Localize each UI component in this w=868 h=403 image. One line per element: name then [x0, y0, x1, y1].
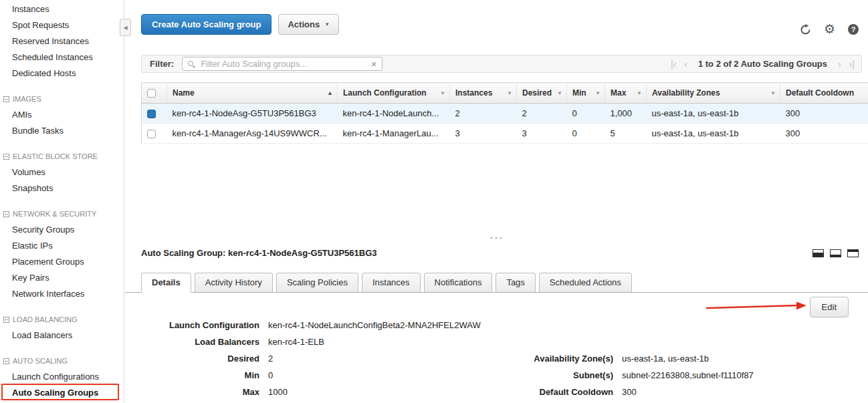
- sidebar-section-images[interactable]: IMAGES: [0, 91, 124, 107]
- cell-default-cooldown: 300: [780, 124, 868, 144]
- sidebar-section-elastic-block-store[interactable]: ELASTIC BLOCK STORE: [0, 148, 124, 164]
- sidebar-item-load-balancers[interactable]: Load Balancers: [0, 327, 124, 344]
- sidebar-item-network-interfaces[interactable]: Network Interfaces: [0, 286, 124, 302]
- last-page-icon[interactable]: ›|: [849, 59, 855, 69]
- create-auto-scaling-group-button[interactable]: Create Auto Scaling group: [141, 14, 272, 35]
- sidebar-item-auto-scaling-groups[interactable]: Auto Scaling Groups: [0, 385, 124, 401]
- auto-scaling-groups-table: Name ▲ Launch Configuration ▼ Instances …: [141, 82, 868, 144]
- field-value: ken-rc4-1-NodeLaunchConfigBeta2-MNA2HFEL…: [268, 320, 481, 330]
- select-all-header[interactable]: [142, 83, 167, 104]
- section-collapse-icon[interactable]: [3, 154, 9, 160]
- field-row: Min 0: [141, 370, 497, 380]
- column-header-default-cooldown[interactable]: Default Cooldown: [780, 83, 868, 104]
- pane-layout-minimize-icon[interactable]: [830, 249, 841, 257]
- section-collapse-icon[interactable]: [3, 358, 9, 364]
- clear-filter-icon[interactable]: ×: [370, 59, 377, 69]
- first-page-icon[interactable]: |‹: [671, 59, 676, 69]
- tab-notifications[interactable]: Notifications: [424, 273, 493, 293]
- sidebar-item-amis[interactable]: AMIs: [0, 107, 124, 123]
- field-label: Min: [141, 370, 268, 380]
- edit-button[interactable]: Edit: [810, 297, 849, 317]
- column-label: Desired: [522, 88, 552, 98]
- sidebar-section-label: LOAD BALANCING: [13, 314, 78, 325]
- field-value: 1000: [268, 387, 288, 397]
- sidebar-item-snapshots[interactable]: Snapshots: [0, 180, 124, 196]
- section-collapse-icon[interactable]: [3, 211, 9, 217]
- sidebar-item-key-pairs[interactable]: Key Pairs: [0, 270, 124, 286]
- collapse-sidebar-icon[interactable]: ◀: [120, 19, 131, 36]
- pagination-status: 1 to 2 of 2 Auto Scaling Groups: [698, 59, 827, 69]
- row-checkbox[interactable]: [147, 110, 156, 118]
- sidebar-section-auto-scaling[interactable]: AUTO SCALING: [0, 353, 124, 369]
- field-value: 0: [268, 370, 273, 380]
- sidebar-section-network-security[interactable]: NETWORK & SECURITY: [0, 206, 124, 222]
- sidebar-section-label: IMAGES: [13, 94, 41, 104]
- tab-instances[interactable]: Instances: [362, 273, 421, 293]
- tab-tags[interactable]: Tags: [496, 273, 535, 293]
- section-collapse-icon[interactable]: [3, 96, 9, 102]
- table-row[interactable]: ken-rc4-1-ManagerAsg-14US9WWCR... ken-rc…: [142, 124, 868, 144]
- previous-page-icon[interactable]: ‹: [684, 59, 687, 69]
- toolbar: Create Auto Scaling group Actions ▼: [125, 0, 868, 35]
- table-row[interactable]: ken-rc4-1-NodeAsg-G5TU3P561BG3 ken-rc4-1…: [142, 104, 868, 124]
- column-header-availability-zones[interactable]: Availability Zones ▼: [647, 83, 780, 104]
- field-label: Availability Zone(s): [497, 354, 622, 364]
- refresh-icon[interactable]: [800, 24, 811, 35]
- select-all-checkbox[interactable]: [147, 89, 156, 98]
- sidebar-section-load-balancing[interactable]: LOAD BALANCING: [0, 311, 124, 327]
- splitter-handle[interactable]: • • •: [125, 234, 868, 242]
- sidebar-item-bundle-tasks[interactable]: Bundle Tasks: [0, 123, 124, 139]
- sidebar-item-instances[interactable]: Instances: [0, 1, 124, 17]
- sidebar-item-reserved-instances[interactable]: Reserved Instances: [0, 33, 124, 49]
- field-value: 300: [622, 387, 637, 397]
- sidebar-item-launch-configurations[interactable]: Launch Configurations: [0, 369, 124, 385]
- filter-input[interactable]: [199, 58, 370, 70]
- sidebar-nav: Instances Spot Requests Reserved Instanc…: [0, 0, 124, 403]
- sidebar-item-elastic-ips[interactable]: Elastic IPs: [0, 238, 124, 254]
- cell-default-cooldown: 300: [780, 104, 868, 124]
- column-header-name[interactable]: Name ▲: [167, 83, 338, 104]
- gear-icon[interactable]: ⚙: [824, 23, 835, 35]
- tab-activity-history[interactable]: Activity History: [195, 273, 273, 293]
- sidebar-item-dedicated-hosts[interactable]: Dedicated Hosts: [0, 65, 124, 82]
- cell-max: 1,000: [605, 104, 647, 124]
- pane-layout-bottom-icon[interactable]: [812, 249, 824, 257]
- tab-details[interactable]: Details: [141, 273, 191, 293]
- help-icon[interactable]: ?: [848, 24, 859, 35]
- filter-label: Filter:: [150, 59, 174, 69]
- table-whitespace: [125, 144, 868, 234]
- section-collapse-icon[interactable]: [3, 317, 9, 323]
- sidebar-item-spot-requests[interactable]: Spot Requests: [0, 17, 124, 33]
- sidebar-item-security-groups[interactable]: Security Groups: [0, 222, 124, 238]
- column-header-min[interactable]: Min ▼: [567, 83, 605, 104]
- next-page-icon[interactable]: ›: [838, 59, 841, 69]
- sidebar-item-volumes[interactable]: Volumes: [0, 164, 124, 180]
- field-label: Launch Configuration: [141, 320, 268, 330]
- filter-search-box[interactable]: ×: [182, 57, 383, 71]
- sidebar-item-scheduled-instances[interactable]: Scheduled Instances: [0, 49, 124, 65]
- column-header-instances[interactable]: Instances ▼: [450, 83, 517, 104]
- field-row: Desired 2: [141, 354, 497, 364]
- cell-min: 0: [567, 124, 605, 144]
- cell-select[interactable]: [142, 124, 167, 144]
- tab-scaling-policies[interactable]: Scaling Policies: [276, 273, 358, 293]
- tab-scheduled-actions[interactable]: Scheduled Actions: [539, 273, 632, 293]
- actions-button[interactable]: Actions ▼: [278, 14, 339, 35]
- details-fields: Launch Configuration ken-rc4-1-NodeLaunc…: [125, 293, 868, 403]
- column-header-desired[interactable]: Desired ▼: [517, 83, 567, 104]
- cell-launch-configuration: ken-rc4-1-NodeLaunch...: [338, 104, 450, 124]
- details-header: Auto Scaling Group: ken-rc4-1-NodeAsg-G5…: [125, 242, 868, 259]
- column-label: Max: [611, 88, 626, 98]
- column-header-launch-configuration[interactable]: Launch Configuration ▼: [338, 83, 450, 104]
- filter-bar: Filter: × |‹ ‹ 1 to 2 of 2 Auto Scaling …: [141, 55, 862, 73]
- pane-layout-maximize-icon[interactable]: [847, 249, 859, 257]
- row-checkbox[interactable]: [147, 130, 156, 138]
- actions-button-label: Actions: [288, 19, 320, 29]
- cell-instances: 3: [450, 124, 517, 144]
- cell-desired: 3: [517, 124, 567, 144]
- column-header-max[interactable]: Max ▼: [605, 83, 647, 104]
- details-tabs: Details Activity History Scaling Policie…: [125, 273, 868, 293]
- cell-select[interactable]: [142, 104, 167, 124]
- sidebar-item-placement-groups[interactable]: Placement Groups: [0, 254, 124, 270]
- cell-desired: 2: [517, 104, 567, 124]
